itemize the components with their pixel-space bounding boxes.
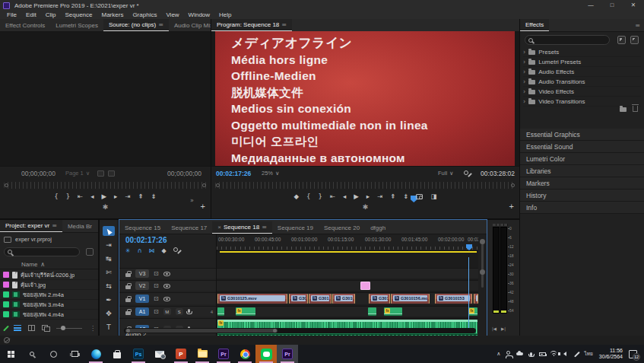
timeline-settings-button[interactable]: [173, 247, 180, 254]
project-file-name[interactable]: exper vr.prproj: [15, 236, 52, 243]
tab-program-sequence-18[interactable]: Program: Sequence 18≡: [211, 19, 292, 31]
timeline-clip[interactable]: [360, 282, 370, 290]
track-target-button[interactable]: V2: [135, 282, 149, 290]
track-target-button[interactable]: A1: [135, 307, 149, 316]
timeline-clip[interactable]: fx: [468, 307, 477, 316]
thirtytwo-bit-color-filter-icon[interactable]: [630, 36, 639, 44]
track-target-button[interactable]: V3: [135, 269, 149, 278]
explorer-icon[interactable]: [192, 345, 213, 363]
timeline-clip[interactable]: fxG30: [289, 294, 308, 304]
chevron-right-icon[interactable]: ›: [523, 98, 525, 105]
timeline-clip[interactable]: [368, 307, 376, 316]
sync-lock-icon[interactable]: ⊡: [154, 270, 159, 277]
menu-item-graphics[interactable]: Graphics: [128, 11, 161, 19]
minimize-button[interactable]: —: [580, 0, 601, 11]
go-to-in-button[interactable]: ⇤: [78, 192, 83, 201]
project-item[interactable]: ซอยสุเทพ 4.m4a: [0, 310, 98, 320]
drag-audio-button[interactable]: [108, 170, 115, 177]
new-custom-bin-icon[interactable]: [620, 107, 627, 112]
track-lock-icon[interactable]: [125, 273, 131, 277]
sync-status-icon[interactable]: [4, 337, 10, 343]
tab-dfggh[interactable]: dfggh: [365, 222, 391, 234]
effects-folder-presets[interactable]: ›Presets: [523, 47, 641, 57]
language-indicator[interactable]: ไทย: [584, 350, 592, 358]
track-header-v2[interactable]: V2⊡: [119, 280, 216, 291]
tab-sequence-15[interactable]: Sequence 15: [119, 222, 166, 234]
tab-lumetri-scopes[interactable]: Lumetri Scopes: [50, 20, 103, 31]
monitor-settings-wrench-icon[interactable]: [464, 170, 471, 177]
project-item[interactable]: ซอยสุเทพ 2.m4a: [0, 290, 98, 300]
panel-header-markers[interactable]: Markers: [520, 177, 644, 189]
tab-overflow-chevron[interactable]: »: [97, 223, 98, 230]
pen-tool[interactable]: ✒: [103, 295, 115, 304]
track-target-button[interactable]: V1: [135, 295, 149, 303]
comparison-view-button[interactable]: ◨: [430, 192, 436, 201]
mail-icon[interactable]: [149, 345, 170, 363]
taskbar-clock[interactable]: 11:56 30/6/2564: [599, 348, 623, 360]
play-button[interactable]: ▶: [102, 192, 107, 201]
play-button[interactable]: ▶: [354, 192, 359, 201]
timeline-clips-area[interactable]: 00:00:30:0000:00:45:0000:01:00:0000:01:1…: [217, 234, 478, 336]
tab-audio-clip-mixer[interactable]: Audio Clip Mixer: [169, 20, 211, 31]
menu-item-clip[interactable]: Clip: [41, 11, 61, 19]
track-row-v1[interactable]: fxG3010125.movfxG30fxG301fxG3010fxG3010f…: [217, 292, 478, 304]
project-item[interactable]: ซอยสุเทพ 3.m4a: [0, 300, 98, 310]
mute-button[interactable]: M: [163, 308, 171, 315]
sync-lock-icon[interactable]: ⊡: [154, 295, 159, 302]
step-forward-button[interactable]: ▸: [366, 192, 370, 201]
step-back-button[interactable]: ◂: [90, 192, 94, 201]
selection-tool[interactable]: [103, 226, 115, 236]
task-view-button[interactable]: [64, 345, 85, 363]
track-row-a1[interactable]: fxfxfx: [217, 306, 478, 317]
action-center-icon[interactable]: 12: [629, 350, 637, 358]
people-icon[interactable]: [504, 350, 512, 358]
tab-effect-controls[interactable]: Effect Controls: [0, 20, 50, 31]
chevron-right-icon[interactable]: ›: [523, 49, 525, 56]
timeline-clip[interactable]: fxG3010125.mov: [217, 294, 287, 304]
mark-in-button[interactable]: {: [54, 192, 58, 201]
project-search-input[interactable]: [4, 247, 80, 256]
track-visibility-eye-icon[interactable]: [163, 272, 170, 276]
timeline-clip[interactable]: fxG3010: [369, 294, 390, 304]
timeline-clip[interactable]: fx: [474, 294, 478, 304]
microphone-icon[interactable]: [527, 350, 535, 358]
tab-sequence-20[interactable]: Sequence 20: [319, 222, 365, 234]
panel-header-history[interactable]: History: [520, 189, 644, 202]
line-icon[interactable]: [255, 345, 277, 363]
search-button[interactable]: [21, 345, 43, 363]
step-back-button[interactable]: ◂: [343, 192, 346, 201]
sync-lock-icon[interactable]: ⊡: [154, 308, 159, 315]
panel-header-essential-graphics[interactable]: Essential Graphics: [520, 129, 644, 141]
label-color-swatch[interactable]: [3, 272, 9, 278]
track-header-v3[interactable]: V3⊡: [119, 268, 216, 279]
tab-source-no-clips[interactable]: Source: (no clips)≡: [103, 19, 169, 31]
menu-item-help[interactable]: Help: [214, 11, 236, 19]
slip-tool[interactable]: ⇆: [103, 281, 115, 291]
mark-out-button[interactable]: }: [66, 192, 70, 201]
effects-folder-video-effects[interactable]: ›Video Effects: [523, 87, 641, 97]
effects-folder-audio-effects[interactable]: ›Audio Effects: [523, 67, 641, 77]
tab-sequence-18[interactable]: ×Sequence 18≡: [212, 221, 272, 234]
panel-menu-icon[interactable]: ≡: [281, 21, 287, 28]
onedrive-cloud-icon[interactable]: [516, 350, 523, 358]
go-to-out-button[interactable]: ⇥: [125, 192, 130, 201]
program-add-button[interactable]: +: [509, 202, 514, 211]
menu-item-markers[interactable]: Markers: [97, 11, 128, 19]
timeline-clip[interactable]: fxG3010156.mov: [391, 294, 430, 304]
track-lock-icon[interactable]: [125, 285, 131, 289]
label-color-swatch[interactable]: [3, 282, 9, 288]
photoshop-icon[interactable]: Ps: [128, 345, 149, 363]
timeline-horizontal-scrollbar[interactable]: [124, 328, 476, 333]
go-to-out-button[interactable]: ⇥: [377, 192, 382, 201]
program-settings-button[interactable]: ✱: [363, 203, 369, 211]
zoom-slider-knob[interactable]: [61, 326, 65, 330]
drag-video-button[interactable]: [97, 170, 104, 177]
premiere-icon[interactable]: Pr: [213, 345, 234, 363]
store-icon[interactable]: [106, 345, 128, 363]
linked-selection-toggle[interactable]: ⋈: [149, 247, 155, 254]
timeline-clip[interactable]: [217, 307, 224, 316]
extract-button[interactable]: ⇟: [403, 192, 408, 201]
add-marker-button[interactable]: ◆: [162, 247, 167, 254]
chrome-icon[interactable]: [234, 345, 255, 363]
tab-effects[interactable]: Effects: [520, 19, 549, 31]
